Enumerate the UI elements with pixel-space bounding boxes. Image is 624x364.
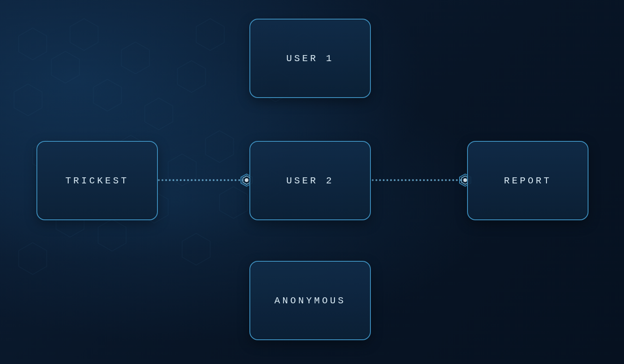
node-label: TRICKEST [65,175,129,186]
node-label: USER 2 [286,175,334,186]
node-anonymous[interactable]: ANONYMOUS [249,261,371,340]
node-user-2[interactable]: USER 2 [249,141,371,220]
node-trickest[interactable]: TRICKEST [36,141,158,220]
connector-user2-to-report [372,179,465,181]
node-report[interactable]: REPORT [467,141,589,220]
diagram-canvas: USER 1 TRICKEST USER 2 REPORT ANONYMOUS [0,0,624,364]
svg-point-2 [245,178,248,182]
node-user-1[interactable]: USER 1 [249,19,371,98]
node-label: REPORT [504,175,552,186]
svg-point-5 [463,178,467,182]
node-label: USER 1 [286,53,334,64]
node-label: ANONYMOUS [274,295,346,306]
connector-trickest-to-user2 [158,179,248,181]
